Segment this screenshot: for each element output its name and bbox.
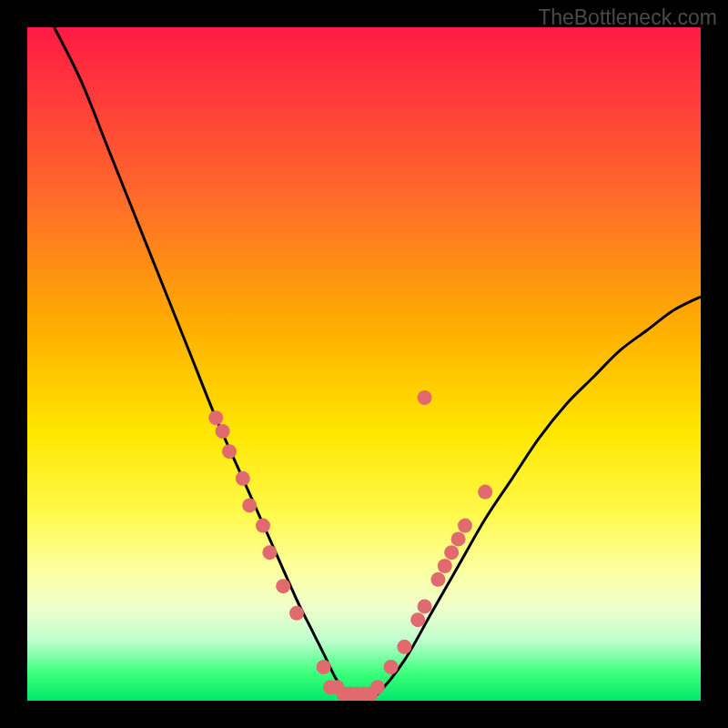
chart-container: TheBottleneck.com — [0, 0, 728, 728]
data-marker — [222, 444, 237, 459]
data-marker — [236, 471, 250, 486]
data-marker — [276, 579, 290, 593]
data-marker — [438, 559, 452, 573]
chart-svg — [27, 27, 701, 701]
data-marker — [317, 660, 331, 674]
data-marker — [397, 640, 411, 654]
data-marker — [208, 410, 223, 425]
data-marker — [444, 545, 459, 560]
data-marker — [384, 660, 399, 674]
data-marker — [451, 531, 466, 546]
data-marker — [458, 519, 472, 533]
data-marker — [242, 498, 257, 512]
plot-area — [27, 27, 701, 701]
data-marker — [418, 390, 432, 405]
data-marker — [256, 519, 270, 533]
data-marker — [418, 599, 432, 613]
data-marker — [478, 485, 492, 500]
data-marker — [430, 572, 445, 587]
data-markers — [208, 390, 492, 701]
data-marker — [410, 612, 425, 627]
attribution-text: TheBottleneck.com — [538, 5, 717, 30]
data-marker — [370, 680, 385, 694]
data-marker — [262, 545, 277, 560]
data-marker — [216, 424, 230, 439]
data-marker — [289, 606, 304, 621]
bottleneck-curve — [55, 27, 701, 701]
curve-path — [55, 27, 701, 701]
